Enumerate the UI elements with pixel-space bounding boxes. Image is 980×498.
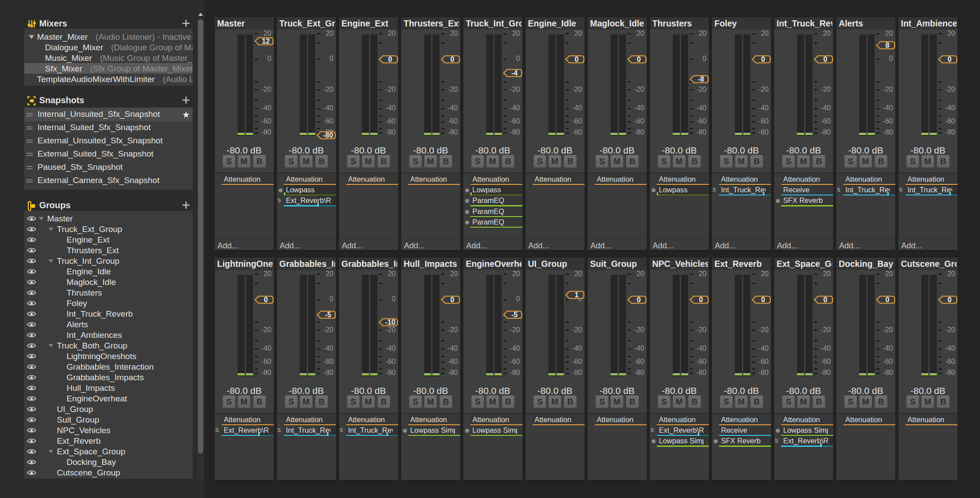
svg-text:0: 0 xyxy=(575,56,579,63)
svg-text:-5: -5 xyxy=(511,311,518,318)
svg-text:-80: -80 xyxy=(323,131,333,139)
svg-text:0: 0 xyxy=(388,56,392,63)
svg-text:12: 12 xyxy=(262,37,270,45)
svg-text:-5: -5 xyxy=(325,311,331,318)
svg-text:0: 0 xyxy=(886,296,890,303)
svg-text:0: 0 xyxy=(637,56,641,63)
svg-text:0: 0 xyxy=(761,56,765,63)
svg-text:0: 0 xyxy=(948,56,952,63)
svg-text:0: 0 xyxy=(823,56,827,63)
svg-text:0: 0 xyxy=(264,296,268,303)
svg-text:0: 0 xyxy=(823,296,827,303)
svg-text:-8: -8 xyxy=(698,75,704,83)
svg-text:-10: -10 xyxy=(385,318,395,326)
svg-text:0: 0 xyxy=(451,296,455,303)
svg-text:0: 0 xyxy=(761,296,765,303)
svg-text:0: 0 xyxy=(699,296,703,303)
svg-text:8: 8 xyxy=(886,41,890,49)
svg-text:1: 1 xyxy=(575,291,579,298)
svg-text:-4: -4 xyxy=(511,69,518,77)
svg-text:0: 0 xyxy=(948,296,952,303)
svg-text:0: 0 xyxy=(637,296,641,303)
svg-text:0: 0 xyxy=(451,56,455,63)
